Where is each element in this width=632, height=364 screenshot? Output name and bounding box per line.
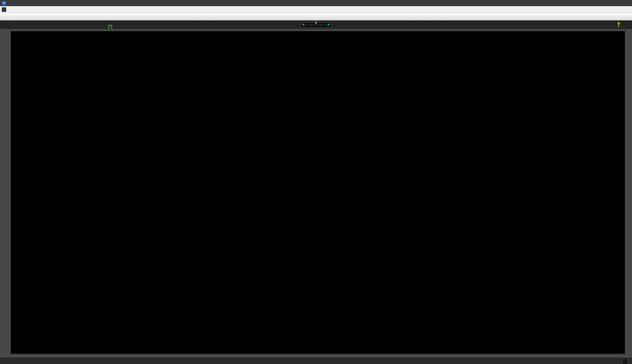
toolbar [0,13,632,20]
timebase-badge[interactable] [622,358,628,364]
status-bar [0,357,632,364]
trigger-position-marker[interactable] [315,22,317,24]
trigger-strip [0,20,632,29]
app-icon [2,1,6,6]
menu-bar [0,6,632,13]
trigger-info [617,22,626,27]
waveform-display[interactable] [10,31,625,354]
horizontal-pan-scrollbar[interactable] [301,22,331,28]
title-bar [0,0,632,6]
waveform-canvas [11,31,196,124]
trigger-level-icon [617,22,621,27]
scope-area [0,29,632,357]
acquisition-status [9,22,14,23]
pan-left-icon[interactable] [302,23,304,26]
mdi-window-icon[interactable] [2,7,6,12]
pan-right-icon[interactable] [328,23,330,26]
record-view-region[interactable] [305,25,327,25]
